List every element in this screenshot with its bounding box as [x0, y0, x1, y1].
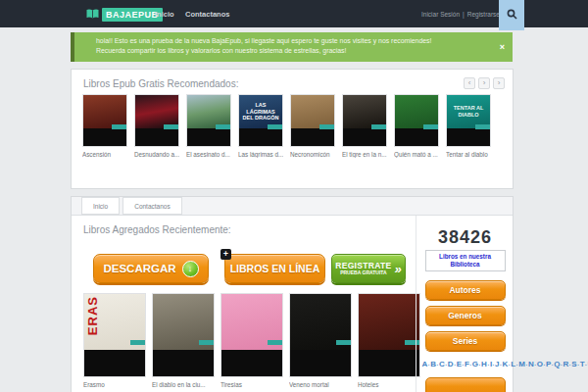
nav-item-inicio[interactable]: Inicio: [155, 10, 174, 19]
book-cover: TENTAR AL DIABLO: [446, 94, 491, 147]
alphabet-letter[interactable]: O: [537, 360, 543, 368]
alphabet-letter[interactable]: J: [495, 360, 499, 368]
alphabet-letter[interactable]: Q: [554, 360, 560, 368]
logo-text: BAJAEPUB: [102, 8, 163, 22]
register-link[interactable]: Registrarse: [467, 11, 500, 18]
book-title: Las lágrimas d...: [238, 151, 283, 158]
book-item[interactable]: El diablo en la ciu...: [152, 293, 215, 388]
book-cover: [186, 94, 231, 147]
book-item[interactable]: Veneno mortal: [289, 293, 352, 388]
epub-ribbon: [319, 124, 334, 129]
book-cover-art: TENTAR AL DIABLO: [447, 95, 490, 128]
alphabet-letter[interactable]: D: [448, 360, 454, 368]
alphabet-letter[interactable]: T: [580, 360, 585, 368]
book-item[interactable]: Hoteles: [358, 293, 420, 388]
book-title: Hoteles: [358, 381, 420, 388]
book-title: Erasmo: [83, 381, 146, 388]
book-cover-art: [343, 95, 386, 128]
alphabet-letter[interactable]: C: [439, 360, 445, 368]
book-cover-art: [291, 95, 334, 128]
tab-contactanos[interactable]: Contactanos: [122, 197, 182, 215]
book-cover-art: [135, 95, 178, 128]
alphabet-letter[interactable]: P: [546, 360, 551, 368]
alphabet-letter[interactable]: H: [481, 360, 487, 368]
site-logo[interactable]: BAJAEPUB: [86, 6, 163, 24]
online-books-button[interactable]: + LIBROS EN LÍNEA: [224, 254, 325, 283]
alphabet-letter[interactable]: M: [518, 360, 525, 368]
epub-ribbon: [475, 124, 490, 129]
magnifier-icon: [507, 8, 517, 23]
book-title: Desnudando a...: [134, 151, 179, 158]
book-item[interactable]: TENTAR AL DIABLO Tentar al diablo: [446, 94, 491, 158]
epub-ribbon: [268, 340, 282, 345]
epub-ribbon: [423, 124, 438, 129]
book-cover: [394, 94, 439, 147]
epub-ribbon: [112, 124, 126, 129]
epub-ribbon: [371, 124, 386, 129]
book-title: Tiresias: [220, 381, 283, 388]
book-title: Ascensión: [82, 151, 127, 158]
alphabet-letter[interactable]: K: [503, 360, 509, 368]
sidebar-button-partial[interactable]: [425, 377, 506, 392]
tab-bar: Inicio Contactanos: [72, 197, 513, 216]
alphabet-letter[interactable]: S: [571, 360, 576, 368]
book-cover-art: [395, 95, 438, 128]
sidebar-button-generos[interactable]: Generos: [425, 306, 506, 325]
book-cover: [358, 293, 420, 377]
chevrons-right-icon: »: [394, 262, 401, 276]
sidebar-button-series[interactable]: Series: [425, 331, 506, 351]
book-title: Veneno mortal: [289, 381, 352, 388]
cover-text: TENTAR AL DIABLO: [447, 105, 490, 119]
book-title: El diablo en la ciu...: [152, 381, 215, 388]
login-link[interactable]: Iniciar Sesión: [421, 11, 460, 18]
sidebar-button-autores[interactable]: Autores: [425, 280, 506, 300]
download-button[interactable]: DESCARGAR ↓: [93, 254, 209, 283]
book-cover: [342, 94, 387, 147]
notice-banner: hola!! Esto es una prueba de la nueva Ba…: [71, 32, 513, 62]
download-arrow-icon: ↓: [182, 261, 199, 277]
epub-ribbon: [199, 340, 214, 345]
book-title: Tentar al diablo: [446, 151, 491, 158]
book-logo-icon: [86, 6, 99, 24]
alphabet-links: A·B·C·D·E·F·G·H·I·J·K·L·M·N·O·P·Q·R·S·T·…: [422, 359, 509, 370]
carousel-next-icon[interactable]: ›: [478, 77, 490, 89]
book-title: El tigre en la n...: [342, 151, 387, 158]
book-item[interactable]: Necronomicón: [290, 94, 335, 158]
alphabet-letter[interactable]: A: [422, 360, 428, 368]
alphabet-letter[interactable]: L: [511, 360, 515, 368]
book-item[interactable]: Tiresias: [220, 293, 283, 388]
tab-inicio[interactable]: Inicio: [81, 197, 120, 215]
recent-card: Inicio Contactanos Libros Agregados Reci…: [71, 196, 514, 392]
epub-ribbon: [130, 340, 145, 345]
alphabet-letter[interactable]: I: [490, 360, 492, 368]
search-button[interactable]: [499, 0, 524, 30]
book-item[interactable]: Desnudando a...: [134, 94, 179, 158]
book-item[interactable]: LAS LÁGRIMAS DEL DRAGÓN Las lágrimas d..…: [238, 94, 283, 158]
book-item[interactable]: El asesinato d...: [186, 94, 231, 158]
recent-title: Libros Agregados Recientemente:: [83, 224, 231, 235]
nav-item-contactanos[interactable]: Contactanos: [185, 10, 229, 19]
book-cover-art: LAS LÁGRIMAS DEL DRAGÓN: [239, 95, 282, 128]
book-cover-art: [83, 95, 126, 128]
book-item[interactable]: Ascensión: [82, 94, 127, 158]
book-item[interactable]: Quién mató a ...: [394, 94, 439, 158]
book-cover: [152, 293, 215, 377]
book-cover: [290, 94, 335, 147]
cover-text: ERAS: [85, 296, 101, 335]
carousel-prev-icon[interactable]: ‹: [464, 77, 475, 89]
online-books-label: LIBROS EN LÍNEA: [230, 263, 320, 274]
alphabet-letter[interactable]: R: [564, 360, 569, 368]
book-item[interactable]: El tigre en la n...: [342, 94, 387, 158]
top-header: BAJAEPUB Inicio Contactanos Iniciar Sesi…: [0, 0, 588, 27]
close-icon[interactable]: ×: [500, 43, 505, 51]
alphabet-letter[interactable]: G: [472, 360, 478, 368]
alphabet-letter[interactable]: N: [528, 360, 534, 368]
register-button-text: REGISTRATE PRUEBA GRATUITA: [335, 262, 391, 276]
banner-line1: hola!! Esto es una prueba de la nueva Ba…: [96, 36, 489, 46]
carousel-next2-icon[interactable]: ›: [493, 77, 505, 89]
register-button[interactable]: REGISTRATE PRUEBA GRATUITA »: [331, 254, 406, 283]
book-cover: [82, 94, 127, 147]
book-item[interactable]: ERAS Erasmo: [83, 293, 146, 388]
alphabet-letter[interactable]: B: [430, 360, 436, 368]
carousel-controls: ‹ › ›: [464, 77, 505, 89]
